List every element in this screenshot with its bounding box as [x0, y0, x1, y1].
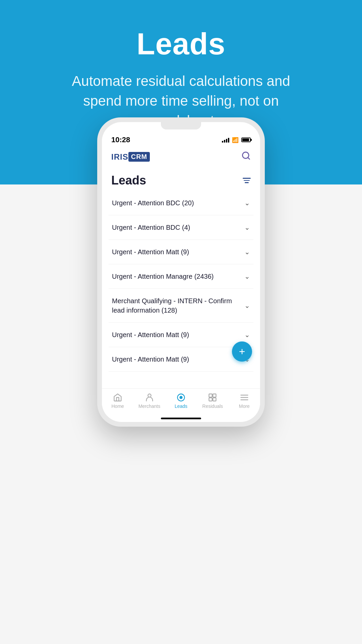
- filter-line-1: [243, 178, 251, 179]
- svg-rect-6: [213, 394, 216, 397]
- signal-bar-4: [228, 138, 229, 143]
- battery-icon: [241, 138, 251, 142]
- lead-item-4[interactable]: Merchant Qualifying - INTERN - Confirm l…: [109, 289, 253, 323]
- svg-line-1: [248, 157, 249, 159]
- lead-item-5[interactable]: Urgent - Attention Matt (9) ⌄: [109, 323, 253, 347]
- lead-label-0: Urgent - Attention BDC (20): [112, 198, 241, 208]
- signal-bar-3: [226, 139, 227, 143]
- filter-line-2: [244, 180, 250, 181]
- phone-outer: 10:28 📶 IRIS: [97, 117, 265, 427]
- nav-label-merchants: Merchants: [138, 404, 160, 409]
- svg-point-2: [148, 394, 151, 397]
- chevron-icon-3: ⌄: [244, 272, 250, 280]
- svg-rect-8: [213, 398, 216, 401]
- section-header: Leads: [102, 167, 260, 191]
- phone-screen: 10:28 📶 IRIS: [102, 122, 260, 422]
- status-icons: 📶: [222, 137, 251, 143]
- nav-item-leads[interactable]: Leads: [169, 393, 193, 409]
- add-icon: +: [239, 345, 245, 358]
- signal-bar-2: [224, 140, 225, 143]
- lead-label-2: Urgent - Attention Matt (9): [112, 247, 241, 257]
- merchants-icon: [145, 393, 154, 402]
- hero-content: Leads Automate residual calculations and…: [0, 0, 362, 130]
- chevron-icon-5: ⌄: [244, 331, 250, 339]
- app-header: IRIS CRM: [102, 148, 260, 167]
- lead-item-2[interactable]: Urgent - Attention Matt (9) ⌄: [109, 240, 253, 264]
- logo-crm-text: CRM: [128, 152, 150, 162]
- nav-item-more[interactable]: More: [233, 393, 256, 409]
- svg-rect-5: [209, 394, 212, 397]
- nav-item-merchants[interactable]: Merchants: [138, 393, 161, 409]
- lead-label-4: Merchant Qualifying - INTERN - Confirm l…: [112, 296, 241, 315]
- search-button[interactable]: [241, 151, 251, 163]
- bottom-nav: Home Merchants Leads: [102, 388, 260, 416]
- nav-item-residuals[interactable]: Residuals: [201, 393, 224, 409]
- more-icon: [240, 393, 249, 402]
- hero-title: Leads: [0, 27, 362, 61]
- nav-label-home: Home: [112, 404, 124, 409]
- filter-button[interactable]: [243, 178, 251, 183]
- lead-item-3[interactable]: Urgent - Attention Managre (2436) ⌄: [109, 264, 253, 289]
- signal-bar-1: [222, 141, 223, 143]
- leads-icon: [176, 393, 186, 402]
- residuals-icon: [208, 393, 217, 402]
- phone-mockup: 10:28 📶 IRIS: [97, 117, 265, 427]
- lead-label-3: Urgent - Attention Managre (2436): [112, 272, 241, 281]
- lead-label-1: Urgent - Attention BDC (4): [112, 223, 241, 232]
- chevron-icon-2: ⌄: [244, 248, 250, 256]
- svg-point-4: [180, 396, 182, 399]
- lead-label-6: Urgent - Attention Matt (9): [112, 355, 241, 364]
- wifi-icon: 📶: [232, 137, 239, 143]
- logo-iris-text: IRIS: [111, 152, 128, 162]
- lead-item-1[interactable]: Urgent - Attention BDC (4) ⌄: [109, 215, 253, 240]
- battery-fill: [242, 139, 249, 141]
- home-icon: [113, 393, 122, 402]
- chevron-icon-0: ⌄: [244, 199, 250, 207]
- nav-item-home[interactable]: Home: [106, 393, 129, 409]
- status-time: 10:28: [111, 136, 130, 144]
- lead-item-0[interactable]: Urgent - Attention BDC (20) ⌄: [109, 191, 253, 215]
- nav-label-more: More: [239, 404, 250, 409]
- home-indicator: [161, 418, 201, 419]
- add-button[interactable]: +: [232, 341, 252, 362]
- filter-line-3: [245, 182, 249, 183]
- nav-label-residuals: Residuals: [202, 404, 223, 409]
- signal-icon: [222, 137, 229, 143]
- app-logo: IRIS CRM: [111, 152, 150, 162]
- nav-label-leads: Leads: [175, 404, 187, 409]
- lead-label-5: Urgent - Attention Matt (9): [112, 330, 241, 339]
- chevron-icon-4: ⌄: [244, 302, 250, 310]
- status-bar: 10:28 📶: [102, 129, 260, 148]
- svg-rect-7: [209, 398, 212, 401]
- chevron-icon-1: ⌄: [244, 223, 250, 231]
- phone-notch: [161, 122, 201, 129]
- section-title: Leads: [111, 173, 146, 187]
